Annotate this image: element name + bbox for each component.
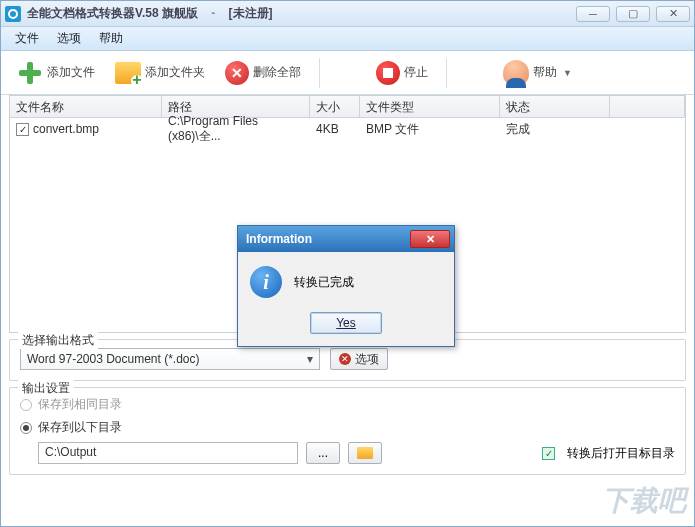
format-selected: Word 97-2003 Document (*.doc)	[27, 352, 200, 366]
info-icon: i	[250, 266, 282, 298]
app-title: 全能文档格式转换器V.58 旗舰版 - [未注册]	[27, 5, 576, 22]
radio-same-dir-row: 保存到相同目录	[20, 396, 675, 413]
minimize-button[interactable]: ─	[576, 6, 610, 22]
close-button[interactable]: ✕	[656, 6, 690, 22]
col-size[interactable]: 大小	[310, 96, 360, 117]
col-end	[610, 96, 685, 117]
cell-path: C:\Program Files (x86)\全...	[162, 118, 310, 140]
app-icon	[5, 6, 21, 22]
radio-same-dir-label: 保存到相同目录	[38, 396, 122, 413]
stop-button[interactable]: 停止	[370, 57, 434, 89]
folder-icon	[357, 447, 373, 459]
menubar: 文件 选项 帮助	[1, 27, 694, 51]
browse-button[interactable]: ...	[306, 442, 340, 464]
watermark: 下载吧	[602, 482, 686, 520]
radio-below-dir-row: 保存到以下目录	[20, 419, 675, 436]
output-settings-group: 输出设置 保存到相同目录 保存到以下目录 C:\Output ... ✓ 转换后…	[9, 387, 686, 475]
open-after-label: 转换后打开目标目录	[567, 445, 675, 462]
dialog-message: 转换已完成	[294, 274, 354, 291]
chevron-down-icon: ▼	[563, 68, 572, 78]
radio-below-dir-label: 保存到以下目录	[38, 419, 122, 436]
dialog-yes-button[interactable]: Yes	[310, 312, 382, 334]
add-folder-button[interactable]: 添加文件夹	[109, 58, 211, 88]
row-checkbox[interactable]: ✓	[16, 123, 29, 136]
add-file-label: 添加文件	[47, 64, 95, 81]
help-label: 帮助	[533, 64, 557, 81]
delete-all-button[interactable]: ✕ 删除全部	[219, 57, 307, 89]
output-legend: 输出设置	[18, 380, 74, 397]
toolbar-separator	[446, 58, 447, 88]
toolbar-separator	[319, 58, 320, 88]
menu-help[interactable]: 帮助	[91, 27, 131, 50]
output-path-input[interactable]: C:\Output	[38, 442, 298, 464]
format-options-label: 选项	[355, 351, 379, 368]
add-folder-label: 添加文件夹	[145, 64, 205, 81]
radio-below-dir[interactable]	[20, 422, 32, 434]
dialog-close-button[interactable]: ✕	[410, 230, 450, 248]
format-options-button[interactable]: ✕ 选项	[330, 348, 388, 370]
help-button[interactable]: 帮助 ▼	[497, 56, 578, 90]
menu-file[interactable]: 文件	[7, 27, 47, 50]
registration-status: [未注册]	[229, 6, 273, 20]
plus-icon	[17, 60, 43, 86]
maximize-button[interactable]: ▢	[616, 6, 650, 22]
cell-name: convert.bmp	[33, 122, 99, 136]
cell-status: 完成	[500, 118, 610, 140]
toolbar: 添加文件 添加文件夹 ✕ 删除全部 停止 帮助 ▼	[1, 51, 694, 95]
stop-label: 停止	[404, 64, 428, 81]
delete-icon: ✕	[225, 61, 249, 85]
open-after-checkbox[interactable]: ✓	[542, 447, 555, 460]
radio-same-dir[interactable]	[20, 399, 32, 411]
format-select[interactable]: Word 97-2003 Document (*.doc)	[20, 348, 320, 370]
tools-icon: ✕	[339, 353, 351, 365]
titlebar: 全能文档格式转换器V.58 旗舰版 - [未注册] ─ ▢ ✕	[1, 1, 694, 27]
info-dialog: Information ✕ i 转换已完成 Yes	[237, 225, 455, 347]
cell-size: 4KB	[310, 118, 360, 140]
col-name[interactable]: 文件名称	[10, 96, 162, 117]
col-status[interactable]: 状态	[500, 96, 610, 117]
cell-type: BMP 文件	[360, 118, 500, 140]
delete-all-label: 删除全部	[253, 64, 301, 81]
format-legend: 选择输出格式	[18, 332, 98, 349]
dialog-titlebar: Information ✕	[238, 226, 454, 252]
help-person-icon	[503, 60, 529, 86]
table-row[interactable]: ✓ convert.bmp C:\Program Files (x86)\全..…	[10, 118, 685, 140]
open-folder-button[interactable]	[348, 442, 382, 464]
menu-options[interactable]: 选项	[49, 27, 89, 50]
main-window: 全能文档格式转换器V.58 旗舰版 - [未注册] ─ ▢ ✕ 文件 选项 帮助…	[0, 0, 695, 527]
list-header: 文件名称 路径 大小 文件类型 状态	[10, 96, 685, 118]
stop-icon	[376, 61, 400, 85]
folder-plus-icon	[115, 62, 141, 84]
add-file-button[interactable]: 添加文件	[11, 56, 101, 90]
dialog-title-text: Information	[246, 232, 410, 246]
col-type[interactable]: 文件类型	[360, 96, 500, 117]
